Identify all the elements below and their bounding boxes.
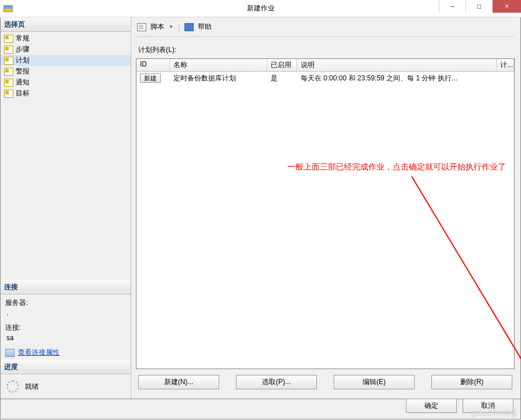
help-icon <box>184 23 194 31</box>
delete-button[interactable]: 删除(R) <box>431 375 512 389</box>
spacer <box>1 100 131 280</box>
page-item-schedules[interactable]: 计划 <box>1 55 131 66</box>
maximize-button[interactable]: □ <box>465 0 492 13</box>
help-button[interactable]: 帮助 <box>198 22 212 32</box>
script-icon <box>137 23 146 31</box>
grid-header: ID 名称 已启用 说明 计... <box>136 59 514 72</box>
edit-button[interactable]: 编辑(E) <box>334 375 415 389</box>
page-item-alerts[interactable]: 警报 <box>1 66 131 77</box>
action-buttons: 新建(N)... 选取(P)... 编辑(E) 删除(R) <box>136 369 515 393</box>
progress-body: 就绪 <box>1 374 131 399</box>
window-controls: – □ × <box>439 0 521 13</box>
list-label: 计划列表(L): <box>138 45 512 55</box>
page-label: 步骤 <box>16 45 29 54</box>
window-title: 新建作业 <box>247 3 275 13</box>
page-icon <box>4 46 13 54</box>
cancel-button[interactable]: 取消 <box>463 399 513 413</box>
main-area: 选择页 常规 步骤 计划 警报 通知 目标 连接 服务器: . 连接: sa 查… <box>0 17 521 399</box>
conn-value: sa <box>6 334 126 342</box>
col-enabled[interactable]: 已启用 <box>267 59 297 71</box>
title-bar: 新建作业 – □ × <box>0 0 521 17</box>
server-value: . <box>6 309 126 317</box>
cell-desc: 每天在 0:00:00 和 23:59:59 之间、每 1 分钟 执行... <box>297 73 514 84</box>
page-item-steps[interactable]: 步骤 <box>1 44 131 55</box>
app-icon <box>3 5 13 12</box>
script-button[interactable]: 脚本 <box>150 22 164 32</box>
link-text: 查看连接属性 <box>18 348 60 358</box>
dialog-buttons: 确定 取消 <box>0 399 521 419</box>
server-label: 服务器: <box>5 298 126 308</box>
page-item-notifications[interactable]: 通知 <box>1 77 131 88</box>
page-list: 常规 步骤 计划 警报 通知 目标 <box>1 32 131 100</box>
connection-header: 连接 <box>1 280 131 294</box>
page-icon <box>4 90 13 98</box>
schedule-grid: ID 名称 已启用 说明 计... 新建 定时备份数据库计划 是 每天在 0:0… <box>136 58 515 369</box>
page-icon <box>4 57 13 65</box>
pick-button[interactable]: 选取(P)... <box>236 375 317 389</box>
connection-body: 服务器: . 连接: sa 查看连接属性 <box>1 294 131 360</box>
page-icon <box>4 79 13 87</box>
toolbar: 脚本 ▼ | 帮助 <box>136 21 515 37</box>
cell-enabled: 是 <box>267 73 297 84</box>
view-connection-props-link[interactable]: 查看连接属性 <box>5 348 126 358</box>
page-label: 计划 <box>16 56 29 65</box>
page-label: 常规 <box>16 34 29 43</box>
sidebar: 选择页 常规 步骤 计划 警报 通知 目标 连接 服务器: . 连接: sa 查… <box>1 17 131 399</box>
pages-header: 选择页 <box>1 17 131 32</box>
conn-label: 连接: <box>5 323 126 333</box>
spinner-icon <box>6 380 19 393</box>
ok-button[interactable]: 确定 <box>406 399 457 413</box>
close-button[interactable]: × <box>492 0 521 13</box>
new-button[interactable]: 新建(N)... <box>138 375 219 389</box>
dropdown-arrow-icon[interactable]: ▼ <box>169 24 173 30</box>
grid-row[interactable]: 新建 定时备份数据库计划 是 每天在 0:00:00 和 23:59:59 之间… <box>136 72 514 85</box>
cell-id: 新建 <box>136 73 170 83</box>
page-label: 警报 <box>16 67 29 76</box>
cell-name: 定时备份数据库计划 <box>170 73 267 84</box>
col-desc[interactable]: 说明 <box>297 59 497 71</box>
page-item-general[interactable]: 常规 <box>1 33 131 44</box>
server-icon <box>5 349 14 357</box>
col-name[interactable]: 名称 <box>170 59 267 71</box>
page-label: 目标 <box>16 89 29 98</box>
progress-header: 进度 <box>1 360 131 374</box>
page-label: 通知 <box>16 78 29 87</box>
separator: | <box>178 23 180 31</box>
status-text: 就绪 <box>25 382 39 392</box>
page-item-targets[interactable]: 目标 <box>1 88 131 99</box>
col-last[interactable]: 计... <box>497 59 514 71</box>
col-id[interactable]: ID <box>136 59 170 71</box>
content-area: 脚本 ▼ | 帮助 计划列表(L): ID 名称 已启用 说明 计... 新建 … <box>131 17 520 399</box>
new-badge: 新建 <box>140 73 161 83</box>
minimize-button[interactable]: – <box>439 0 465 13</box>
page-icon <box>4 68 13 76</box>
page-icon <box>4 35 13 43</box>
